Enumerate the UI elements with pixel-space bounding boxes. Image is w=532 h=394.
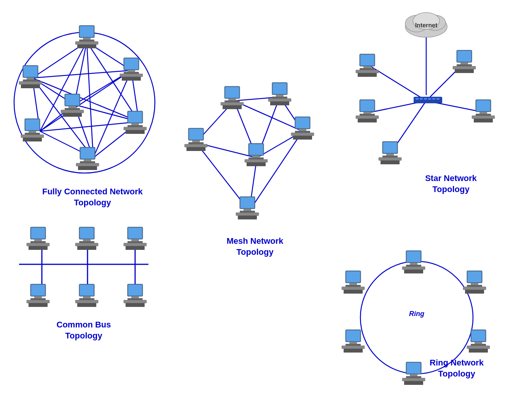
svg-rect-108: [189, 129, 203, 140]
svg-rect-136: [436, 98, 440, 100]
svg-rect-68: [80, 161, 95, 163]
svg-rect-55: [127, 70, 135, 72]
svg-rect-205: [410, 263, 417, 265]
svg-rect-171: [27, 243, 49, 246]
svg-rect-133: [424, 98, 427, 100]
svg-rect-58: [122, 77, 141, 81]
svg-rect-195: [75, 300, 98, 303]
svg-rect-218: [471, 344, 486, 346]
svg-rect-84: [65, 95, 79, 105]
svg-rect-66: [81, 148, 94, 159]
svg-rect-206: [406, 265, 421, 267]
svg-text:Internet: Internet: [415, 22, 438, 29]
svg-rect-147: [453, 66, 476, 69]
mesh-subtitle: Topology: [213, 247, 297, 258]
svg-rect-76: [23, 138, 42, 141]
svg-rect-180: [128, 228, 142, 238]
svg-rect-52: [77, 44, 96, 48]
svg-rect-236: [346, 285, 361, 287]
fully-connected-label: Fully Connected Network Topology: [30, 186, 155, 208]
svg-rect-139: [363, 66, 371, 68]
computer-s3: [354, 99, 381, 124]
svg-rect-152: [360, 114, 375, 116]
svg-rect-116: [248, 157, 264, 159]
star-subtitle: Topology: [403, 184, 499, 195]
svg-rect-212: [467, 285, 482, 287]
svg-rect-90: [225, 87, 239, 98]
svg-rect-156: [476, 100, 490, 111]
svg-rect-88: [63, 113, 82, 117]
svg-rect-213: [463, 287, 486, 290]
computer-b6: [122, 283, 148, 308]
svg-rect-73: [29, 131, 36, 133]
svg-rect-144: [457, 51, 471, 62]
computer-fc4: [74, 146, 101, 171]
svg-rect-132: [420, 98, 423, 100]
svg-rect-51: [75, 41, 98, 44]
svg-rect-229: [349, 342, 357, 344]
svg-rect-154: [358, 119, 377, 122]
svg-rect-165: [379, 157, 401, 160]
svg-rect-50: [79, 40, 94, 41]
mesh-title: Mesh Network: [213, 236, 297, 247]
svg-rect-169: [34, 239, 42, 241]
svg-rect-235: [349, 283, 357, 285]
computer-b3: [122, 226, 148, 251]
svg-rect-102: [296, 118, 309, 128]
svg-rect-80: [23, 79, 38, 81]
svg-rect-146: [457, 64, 472, 66]
svg-rect-98: [272, 97, 287, 98]
svg-rect-166: [381, 160, 400, 164]
svg-rect-92: [225, 100, 240, 102]
svg-rect-93: [221, 102, 244, 105]
svg-rect-211: [471, 283, 478, 285]
bus-label: Common Bus Topology: [23, 319, 145, 341]
svg-rect-63: [124, 127, 147, 130]
computer-m4: [183, 127, 209, 152]
star-hub: [414, 95, 442, 105]
svg-rect-230: [346, 344, 361, 346]
svg-rect-100: [270, 102, 289, 105]
fully-connected-title: Fully Connected Network: [30, 186, 155, 197]
svg-rect-131: [416, 98, 419, 100]
svg-rect-176: [79, 241, 94, 243]
svg-rect-85: [68, 106, 76, 108]
svg-rect-204: [407, 251, 421, 262]
svg-rect-208: [404, 270, 423, 273]
svg-line-9: [32, 70, 131, 78]
svg-rect-62: [127, 125, 143, 127]
svg-rect-170: [30, 241, 46, 243]
svg-rect-181: [131, 239, 139, 241]
svg-rect-172: [29, 246, 48, 250]
computer-fc3: [122, 110, 148, 135]
bus-subtitle: Topology: [23, 330, 145, 342]
svg-rect-138: [360, 55, 374, 65]
computer-s2: [451, 49, 478, 74]
svg-rect-87: [61, 110, 84, 113]
svg-rect-174: [80, 228, 94, 238]
svg-rect-114: [249, 144, 263, 155]
svg-rect-56: [124, 72, 139, 74]
svg-rect-207: [402, 267, 425, 270]
svg-rect-190: [29, 303, 48, 307]
svg-rect-120: [241, 197, 254, 208]
svg-rect-202: [126, 303, 145, 307]
svg-rect-130: [414, 97, 442, 103]
svg-rect-237: [342, 287, 365, 290]
svg-line-1: [87, 42, 139, 122]
svg-rect-151: [363, 112, 371, 114]
svg-rect-199: [131, 296, 139, 298]
svg-rect-121: [244, 209, 251, 211]
svg-rect-61: [131, 123, 139, 125]
svg-rect-231: [342, 346, 365, 349]
svg-rect-192: [80, 285, 94, 296]
svg-rect-97: [276, 95, 284, 97]
svg-rect-91: [228, 98, 236, 100]
svg-rect-112: [186, 147, 205, 151]
svg-rect-54: [124, 59, 138, 69]
svg-rect-186: [31, 285, 45, 296]
svg-rect-153: [356, 116, 379, 119]
svg-rect-94: [223, 105, 242, 109]
svg-rect-194: [79, 298, 94, 300]
svg-rect-188: [30, 298, 46, 300]
